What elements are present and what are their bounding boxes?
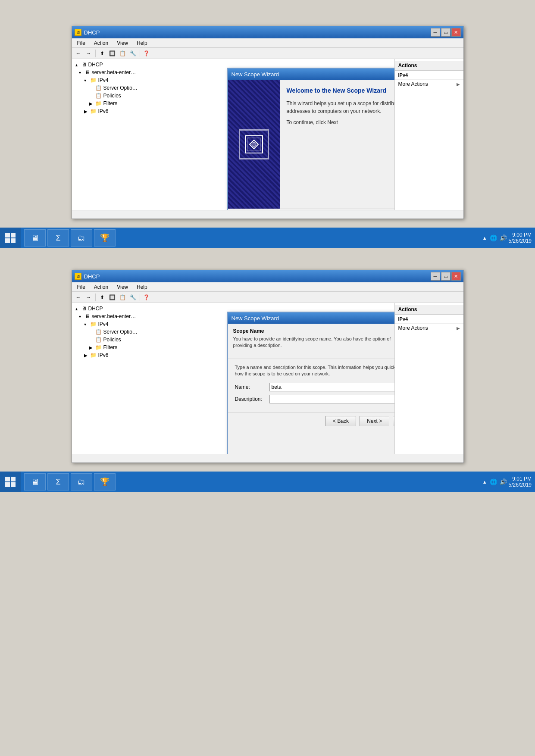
reconcile-btn-2[interactable]: 🔧 — [128, 293, 138, 302]
logo-q3 — [5, 238, 10, 243]
tree-ipv6-1[interactable]: ▶ 📁 IPv6 — [72, 107, 158, 115]
minimize-button-2[interactable]: ─ — [431, 272, 440, 281]
help-btn-2[interactable]: ❓ — [142, 293, 151, 302]
show-hide-btn-1[interactable]: ⬆ — [97, 49, 107, 58]
menu-view-2[interactable]: View — [113, 283, 131, 291]
pol-icon-2: 📋 — [95, 337, 102, 343]
new-scope-btn-2[interactable]: 📋 — [118, 293, 128, 302]
taskbar-time-2[interactable]: 9:01 PM 5/26/2019 — [509, 476, 532, 488]
more-actions-item-2[interactable]: More Actions ▶ — [395, 324, 463, 332]
tree-server-2[interactable]: ▾ 🖥 server.beta-enter… — [72, 312, 158, 320]
forward-button-1[interactable]: → — [84, 49, 94, 58]
tree-ipv4-2[interactable]: ▾ 📁 IPv4 — [72, 320, 158, 328]
start-button-2[interactable] — [0, 472, 21, 492]
tree-server-options-2[interactable]: 📋 Server Optio… — [72, 328, 158, 336]
menu-action-2[interactable]: Action — [91, 283, 112, 291]
start-button-1[interactable] — [0, 228, 21, 248]
taskbar-app-folder-1[interactable]: 🗂 — [71, 229, 92, 247]
forward-button-2[interactable]: → — [84, 293, 94, 302]
app-icon-2: 🖥 — [75, 273, 81, 280]
tree-server-1[interactable]: ▾ 🖥 server.beta-enter… — [72, 69, 158, 76]
show-scope-btn-2[interactable]: 🔲 — [108, 293, 117, 302]
taskbar-time-1[interactable]: 9:00 PM 5/26/2019 — [509, 232, 532, 244]
taskbar-app-sigma-1[interactable]: Σ — [47, 229, 69, 247]
explorer-icon-1: 🖥 — [31, 233, 39, 243]
tree-label-policies: Policies — [103, 93, 121, 99]
wizard-next-btn-2[interactable]: Next > — [360, 416, 389, 426]
tree-filters-2[interactable]: ▶ 📁 Filters — [72, 344, 158, 351]
server-options-icon: 📋 — [95, 85, 102, 91]
actions-pane-2: Actions IPv4 More Actions ▶ — [394, 303, 463, 454]
tree-policies-1[interactable]: 📋 Policies — [72, 92, 158, 100]
back-button-2[interactable]: ← — [74, 293, 83, 302]
date-display-2: 5/26/2019 — [509, 482, 532, 488]
tree-ipv4-1[interactable]: ▾ 📁 IPv4 — [72, 76, 158, 84]
wizard-title-bar-2: New Scope Wizard — [228, 312, 394, 324]
tree-label-ipv6: IPv6 — [98, 108, 109, 114]
dhcp-window-2: 🖥 DHCP ─ ▭ ✕ File Action View Help ← → ⬆… — [72, 270, 464, 463]
tree-server-options-1[interactable]: 📋 Server Optio… — [72, 84, 158, 92]
expand-ipv4-2: ▾ — [84, 322, 88, 327]
dhcp-window-1: 🖥 DHCP ─ ▭ ✕ File Action View Help ← → ⬆… — [72, 26, 464, 219]
restore-button-2[interactable]: ▭ — [441, 272, 451, 281]
notify-arrow-icon: ▲ — [482, 235, 487, 241]
tree-dhcp-1[interactable]: ▴ 🖥 DHCP — [72, 61, 158, 69]
desc-input[interactable] — [269, 395, 394, 403]
taskbar-app-trophy-2[interactable]: 🏆 — [94, 473, 116, 490]
expand-icon-server: ▾ — [79, 70, 83, 75]
menu-file-1[interactable]: File — [74, 39, 89, 47]
new-scope-btn-1[interactable]: 📋 — [118, 49, 128, 58]
back-button-1[interactable]: ← — [74, 49, 83, 58]
minimize-button-1[interactable]: ─ — [431, 28, 440, 37]
title-bar-left-1: 🖥 DHCP — [75, 29, 100, 36]
actions-header-2: Actions — [395, 305, 463, 315]
expand-icon-2: ▴ — [75, 306, 80, 311]
close-button-1[interactable]: ✕ — [451, 28, 461, 37]
wizard-cancel-btn-2[interactable]: Cancel — [393, 416, 394, 426]
wizard-graphic-icon — [239, 129, 269, 159]
menu-action-1[interactable]: Action — [91, 39, 112, 47]
toolbar-1: ← → ⬆ 🔲 📋 🔧 ❓ — [72, 48, 463, 59]
main-area-1: ▴ 🖥 DHCP ▾ 🖥 server.beta-enter… ▾ 📁 IPv4… — [72, 59, 463, 210]
taskbar-app-folder-2[interactable]: 🗂 — [71, 473, 92, 490]
tree-label-server-options: Server Optio… — [103, 85, 138, 91]
taskbar-app-explorer-2[interactable]: 🖥 — [24, 473, 46, 490]
taskbar-app-explorer-1[interactable]: 🖥 — [24, 229, 46, 247]
tree-filters-1[interactable]: ▶ 📁 Filters — [72, 100, 158, 107]
name-input[interactable] — [269, 383, 394, 391]
taskbar-app-sigma-2[interactable]: Σ — [47, 473, 69, 490]
more-actions-item-1[interactable]: More Actions ▶ — [395, 80, 463, 88]
toolbar-sep-2 — [140, 50, 140, 57]
show-hide-btn-2[interactable]: ⬆ — [97, 293, 107, 302]
volume-icon-2: 🔊 — [500, 478, 507, 485]
ipv4-icon-2: 📁 — [90, 321, 97, 327]
logo-q1-2 — [5, 477, 10, 481]
toolbar-sep-4 — [140, 294, 140, 301]
server-icon: 🖥 — [85, 69, 90, 75]
folder-icon-2: 🗂 — [78, 478, 85, 487]
main-area-2: ▴ 🖥 DHCP ▾ 🖥 server.beta-enter… ▾ 📁 IPv4… — [72, 303, 463, 454]
taskbar-items-1: 🖥 Σ 🗂 🏆 — [21, 229, 479, 247]
restore-button-1[interactable]: ▭ — [441, 28, 451, 37]
show-scope-btn-1[interactable]: 🔲 — [108, 49, 117, 58]
menu-help-2[interactable]: Help — [133, 283, 151, 291]
help-btn-1[interactable]: ❓ — [142, 49, 151, 58]
status-bar-1 — [72, 210, 463, 219]
tree-dhcp-2[interactable]: ▴ 🖥 DHCP — [72, 305, 158, 312]
app-icon-1: 🖥 — [75, 29, 81, 36]
wizard-back-btn-2[interactable]: < Back — [325, 416, 356, 426]
tree-label-pol-2: Policies — [103, 337, 121, 343]
toolbar-sep-1 — [95, 50, 96, 57]
tree-policies-2[interactable]: 📋 Policies — [72, 336, 158, 344]
status-bar-2 — [72, 454, 463, 462]
reconcile-btn-1[interactable]: 🔧 — [128, 49, 138, 58]
center-pane-1: New Scope Wizard — [158, 59, 394, 210]
menu-file-2[interactable]: File — [74, 283, 89, 291]
taskbar-app-trophy-1[interactable]: 🏆 — [94, 229, 116, 247]
expand-fil-2: ▶ — [89, 345, 94, 350]
wizard-dialog-1: New Scope Wizard — [227, 68, 394, 210]
menu-view-1[interactable]: View — [113, 39, 131, 47]
tree-ipv6-2[interactable]: ▶ 📁 IPv6 — [72, 351, 158, 359]
close-button-2[interactable]: ✕ — [451, 272, 461, 281]
menu-help-1[interactable]: Help — [133, 39, 151, 47]
